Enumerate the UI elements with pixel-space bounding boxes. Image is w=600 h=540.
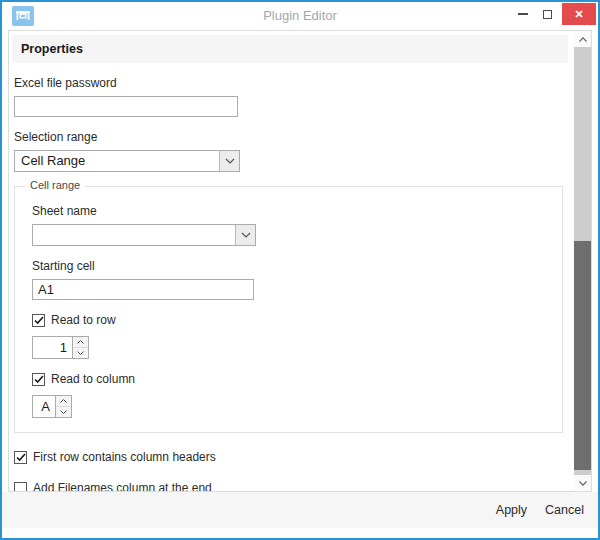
selection-range-value: Cell Range (15, 151, 219, 171)
read-to-column-input[interactable] (33, 396, 55, 417)
properties-form: Excel file password Selection range Cell… (9, 76, 574, 491)
sheet-name-value (33, 225, 235, 245)
first-row-headers-label: First row contains column headers (33, 450, 216, 464)
chevron-up-icon (77, 340, 84, 344)
cell-range-groupbox: Cell range Sheet name Starting cell (14, 186, 563, 433)
titlebar: Plugin Editor ✕ (2, 2, 598, 30)
footer-buttons: Apply Cancel (494, 492, 586, 528)
spin-down-button[interactable] (73, 348, 88, 358)
read-to-row-spinner (32, 336, 89, 359)
chevron-down-icon (579, 481, 587, 486)
add-filenames-checkbox[interactable]: Add Filenames column at the end (14, 481, 574, 491)
minimize-icon (518, 13, 528, 15)
vertical-scrollbar[interactable] (574, 31, 591, 491)
scrollbar-track[interactable] (574, 47, 591, 475)
chevron-down-icon (60, 410, 67, 414)
close-button[interactable]: ✕ (562, 3, 596, 25)
checkmark-icon (34, 375, 44, 384)
checkmark-icon (16, 453, 26, 462)
properties-panel: Properties Excel file password Selection… (8, 30, 592, 492)
selection-range-label: Selection range (14, 130, 574, 144)
minimize-button[interactable] (512, 2, 534, 26)
checkbox-box[interactable] (14, 451, 27, 464)
spin-up-button[interactable] (56, 396, 71, 407)
chevron-down-icon (77, 351, 84, 355)
scrollbar-thumb[interactable] (574, 241, 591, 470)
cell-range-legend: Cell range (25, 179, 85, 191)
window-title: Plugin Editor (2, 2, 598, 30)
maximize-button[interactable] (536, 2, 558, 26)
excel-password-input[interactable] (14, 96, 238, 117)
checkbox-box[interactable] (32, 314, 45, 327)
cancel-button[interactable]: Cancel (543, 501, 586, 519)
scroll-down-button[interactable] (574, 475, 591, 491)
first-row-headers-checkbox[interactable]: First row contains column headers (14, 450, 574, 464)
panel-content: Properties Excel file password Selection… (9, 31, 574, 491)
chevron-down-icon[interactable] (219, 151, 239, 171)
spin-buttons (55, 396, 71, 417)
scroll-up-button[interactable] (574, 31, 591, 47)
read-to-row-label: Read to row (51, 313, 116, 327)
checkbox-box[interactable] (32, 373, 45, 386)
footer-bar: Apply Cancel (2, 492, 598, 528)
selection-range-dropdown[interactable]: Cell Range (14, 150, 240, 172)
spin-buttons (72, 337, 88, 358)
read-to-row-checkbox[interactable]: Read to row (32, 313, 562, 327)
close-icon: ✕ (574, 8, 583, 21)
properties-header: Properties (12, 35, 568, 63)
add-filenames-label: Add Filenames column at the end (33, 481, 212, 491)
read-to-column-spinner (32, 395, 72, 418)
maximize-icon (543, 10, 552, 19)
apply-button[interactable]: Apply (494, 501, 529, 519)
sheet-name-label: Sheet name (32, 204, 562, 218)
chevron-down-icon[interactable] (235, 225, 255, 245)
read-to-row-input[interactable] (33, 337, 72, 358)
starting-cell-input[interactable] (32, 279, 254, 300)
chevron-up-icon (60, 399, 67, 403)
starting-cell-label: Starting cell (32, 259, 562, 273)
excel-password-label: Excel file password (14, 76, 574, 90)
checkmark-icon (34, 316, 44, 325)
sheet-name-dropdown[interactable] (32, 224, 256, 246)
plugin-editor-window: Plugin Editor ✕ Properties Excel file pa… (0, 0, 600, 540)
spin-down-button[interactable] (56, 407, 71, 417)
chevron-up-icon (579, 37, 587, 42)
checkbox-box[interactable] (14, 482, 27, 492)
read-to-column-checkbox[interactable]: Read to column (32, 372, 562, 386)
spin-up-button[interactable] (73, 337, 88, 348)
read-to-column-label: Read to column (51, 372, 135, 386)
